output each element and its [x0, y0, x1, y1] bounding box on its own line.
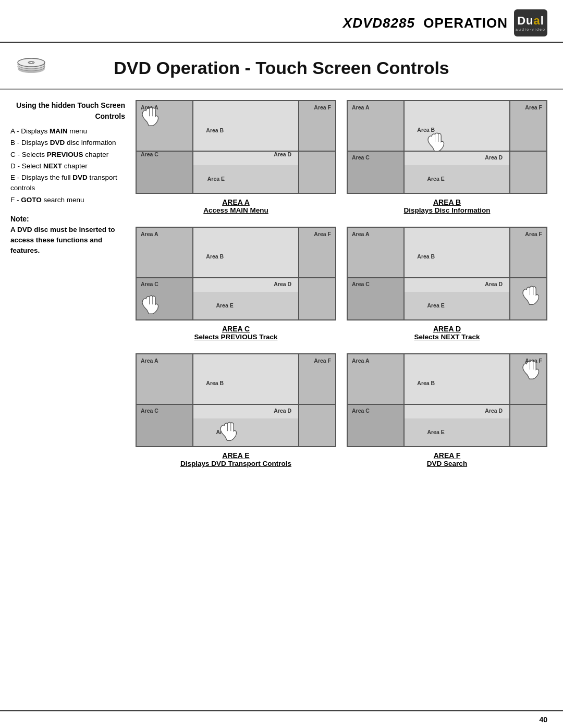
- label-area-e: Area E: [427, 429, 444, 435]
- h-divider: [348, 277, 546, 278]
- list-item: F - GOTO search menu: [10, 195, 125, 205]
- note-title: Note:: [10, 214, 125, 225]
- h-divider: [348, 404, 546, 405]
- caption-area-b: AREA B Displays Disc Information: [404, 198, 491, 214]
- caption-area-f: AREA F DVD Search: [427, 451, 467, 467]
- label-area-c: Area C: [141, 151, 158, 157]
- label-area-f: Area F: [525, 231, 542, 237]
- caption-area-label: AREA A: [203, 198, 268, 206]
- label-area-f: Area F: [525, 104, 542, 110]
- label-area-b: Area B: [206, 253, 224, 260]
- region-f: [510, 101, 546, 193]
- caption-area-a: AREA A Access MAIN Menu: [203, 198, 268, 214]
- diagram-area-f: Area A Area F Area B Area C Area D Area …: [347, 353, 547, 467]
- operation-label: OPERATION: [423, 15, 508, 31]
- header: XDVD8285 OPERATION Dual audio·video: [0, 0, 563, 43]
- label-area-d: Area D: [485, 408, 503, 414]
- hand-icon-c: [138, 291, 165, 318]
- logo-text: Dual: [517, 15, 544, 27]
- list-item: A - Displays MAIN menu: [10, 126, 125, 137]
- header-title: XDVD8285 OPERATION: [343, 15, 508, 31]
- v-divider-right: [298, 228, 299, 319]
- region-e: [192, 418, 300, 446]
- label-area-b: Area B: [417, 380, 435, 386]
- diagram-box-e: Area A Area F Area B Area C Area D Area …: [136, 353, 336, 447]
- note-body: A DVD disc must be inserted to access th…: [10, 225, 125, 256]
- label-area-e: Area E: [427, 176, 444, 182]
- label-area-d: Area D: [485, 281, 503, 287]
- label-area-a: Area A: [141, 231, 158, 237]
- label-area-c: Area C: [141, 408, 158, 414]
- label-area-d: Area D: [274, 281, 291, 287]
- v-divider-right: [509, 101, 510, 193]
- label-area-a: Area A: [141, 357, 158, 364]
- v-divider-left: [192, 228, 193, 319]
- hand-icon-e: [216, 418, 243, 445]
- label-area-b: Area B: [206, 380, 224, 386]
- label-area-c: Area C: [352, 281, 370, 287]
- list-item: D - Select NEXT chapter: [10, 161, 125, 171]
- footer: 40: [0, 710, 563, 728]
- v-divider-right: [298, 354, 299, 446]
- label-area-c: Area C: [352, 408, 370, 414]
- page-title-row: DVD Operation - Touch Screen Controls: [0, 43, 563, 90]
- sidebar-title-line1: Using the hidden Touch Screen: [10, 100, 125, 111]
- caption-area-desc: Selects PREVIOUS Track: [194, 333, 278, 341]
- label-area-a: Area A: [352, 104, 369, 110]
- diagram-area-d: Area A Area F Area B Area C Area D Area …: [347, 227, 547, 341]
- caption-area-desc: Displays DVD Transport Controls: [180, 460, 291, 467]
- caption-area-label: AREA B: [404, 198, 491, 206]
- label-area-f: Area F: [314, 357, 331, 364]
- page-title: DVD Operation - Touch Screen Controls: [57, 58, 547, 78]
- h-divider: [137, 277, 335, 278]
- diagram-box-f: Area A Area F Area B Area C Area D Area …: [347, 353, 547, 447]
- dvd-disc-icon: [16, 52, 47, 83]
- v-divider-left: [192, 354, 193, 446]
- diagram-area-a: Area A Area F Area B Area C Area D Area …: [136, 100, 336, 214]
- region-f: [299, 101, 335, 193]
- caption-area-e: AREA E Displays DVD Transport Controls: [180, 451, 291, 467]
- v-divider-left: [403, 354, 405, 446]
- label-area-c: Area C: [141, 281, 158, 287]
- main-content: Using the hidden Touch Screen Controls A…: [0, 90, 563, 478]
- label-area-d: Area D: [274, 408, 291, 414]
- region-f: [299, 228, 335, 319]
- list-item: E - Displays the full DVD transport cont…: [10, 172, 125, 194]
- label-area-a: Area A: [352, 231, 369, 237]
- sidebar-title: Using the hidden Touch Screen Controls: [10, 100, 125, 122]
- label-area-b: Area B: [417, 253, 435, 260]
- caption-area-desc: DVD Search: [427, 460, 467, 467]
- label-area-a: Area A: [352, 357, 369, 364]
- label-area-d: Area D: [274, 151, 291, 157]
- label-area-e: Area E: [207, 176, 225, 182]
- v-divider-left: [403, 101, 405, 193]
- diagram-area-c: Area A Area F Area B Area C Area D Area …: [136, 227, 336, 341]
- diagram-area-b: Area A Area F Area B Area C Area D Area …: [347, 100, 547, 214]
- region-e: [192, 292, 300, 319]
- caption-area-d: AREA D Selects NEXT Track: [414, 325, 480, 341]
- label-area-f: Area F: [314, 104, 331, 110]
- sidebar-note: Note: A DVD disc must be inserted to acc…: [10, 214, 125, 256]
- caption-area-label: AREA E: [180, 451, 291, 460]
- logo-sub: audio·video: [516, 28, 546, 31]
- list-item: B - Displays DVD disc information: [10, 138, 125, 148]
- v-divider-left: [192, 101, 193, 193]
- brand-logo: Dual audio·video: [514, 9, 547, 36]
- caption-area-desc: Displays Disc Information: [404, 206, 491, 214]
- list-item: C - Selects PREVIOUS chapter: [10, 150, 125, 160]
- label-area-c: Area C: [352, 154, 370, 161]
- caption-area-desc: Selects NEXT Track: [414, 333, 480, 341]
- caption-area-c: AREA C Selects PREVIOUS Track: [194, 325, 278, 341]
- diagram-box-c: Area A Area F Area B Area C Area D Area …: [136, 227, 336, 320]
- h-divider: [137, 404, 335, 405]
- label-area-f: Area F: [314, 231, 331, 237]
- diagram-row-3: Area A Area F Area B Area C Area D Area …: [136, 353, 547, 467]
- diagrams-area: Area A Area F Area B Area C Area D Area …: [136, 100, 547, 467]
- diagram-box-d: Area A Area F Area B Area C Area D Area …: [347, 227, 547, 320]
- label-area-e: Area E: [216, 302, 233, 309]
- model-name: XDVD8285: [343, 15, 415, 31]
- h-divider: [137, 151, 335, 152]
- label-area-e: Area E: [427, 302, 444, 309]
- left-sidebar: Using the hidden Touch Screen Controls A…: [10, 100, 125, 467]
- sidebar-title-line2: Controls: [10, 111, 125, 122]
